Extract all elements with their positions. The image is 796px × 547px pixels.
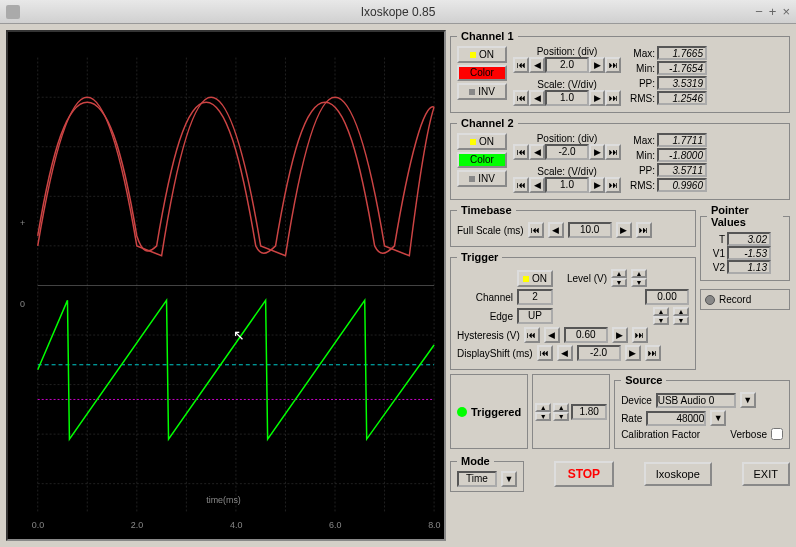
ch1-inv-button[interactable]: INV <box>457 83 507 100</box>
svg-text:4.0: 4.0 <box>230 520 242 530</box>
left-icon[interactable]: ◀ <box>529 177 545 193</box>
ch2-inv-button[interactable]: INV <box>457 170 507 187</box>
device-select[interactable] <box>656 393 736 408</box>
timebase-value[interactable]: 10.0 <box>568 222 612 238</box>
left-icon[interactable]: ◀ <box>529 144 545 160</box>
forward-icon[interactable]: ⏭ <box>632 327 648 343</box>
left-icon[interactable]: ◀ <box>529 90 545 106</box>
triggered-indicator: Triggered <box>450 374 528 449</box>
close-button[interactable]: × <box>782 4 790 19</box>
dropdown-icon[interactable]: ▼ <box>501 471 517 487</box>
rewind-icon[interactable]: ⏮ <box>513 57 529 73</box>
forward-icon[interactable]: ⏭ <box>605 57 621 73</box>
ch1-legend: Channel 1 <box>457 30 518 42</box>
right-icon[interactable]: ▶ <box>589 57 605 73</box>
exit-button[interactable]: EXIT <box>742 462 790 486</box>
triggered-dot-icon <box>457 407 467 417</box>
forward-icon[interactable]: ⏭ <box>636 222 652 238</box>
up-icon[interactable]: ▲ <box>653 307 669 316</box>
forward-icon[interactable]: ⏭ <box>605 144 621 160</box>
up-icon[interactable]: ▲ <box>553 403 569 412</box>
trigger-channel[interactable]: 2 <box>517 289 553 305</box>
forward-icon[interactable]: ⏭ <box>605 90 621 106</box>
trigger-on-button[interactable]: ON <box>517 270 553 287</box>
down-icon[interactable]: ▼ <box>535 412 551 421</box>
up-icon[interactable]: ▲ <box>611 269 627 278</box>
left-icon[interactable]: ◀ <box>548 222 564 238</box>
record-button[interactable]: Record <box>719 294 751 305</box>
down-icon[interactable]: ▼ <box>653 316 669 325</box>
rewind-icon[interactable]: ⏮ <box>524 327 540 343</box>
ch2-scale-label: Scale: (V/div) <box>513 166 621 177</box>
pointer-panel: Pointer Values T3.02 V1-1.53 V21.13 <box>700 204 790 281</box>
ch2-position-label: Position: (div) <box>513 133 621 144</box>
ch2-pp: 3.5711 <box>657 163 707 177</box>
svg-text:6.0: 6.0 <box>329 520 341 530</box>
dropdown-icon[interactable]: ▼ <box>740 392 756 408</box>
rewind-icon[interactable]: ⏮ <box>537 345 553 361</box>
right-icon[interactable]: ▶ <box>625 345 641 361</box>
ch2-min: -1.8000 <box>657 148 707 162</box>
pointer-v1: -1.53 <box>727 246 771 260</box>
window-controls: − + × <box>755 4 790 19</box>
up-icon[interactable]: ▲ <box>631 269 647 278</box>
left-icon[interactable]: ◀ <box>544 327 560 343</box>
forward-icon[interactable]: ⏭ <box>605 177 621 193</box>
trigger-ds[interactable]: -2.0 <box>577 345 621 361</box>
right-icon[interactable]: ▶ <box>589 90 605 106</box>
up-icon[interactable]: ▲ <box>535 403 551 412</box>
rate-field[interactable] <box>646 411 706 426</box>
timebase-panel: Timebase Full Scale (ms) ⏮◀ 10.0 ▶⏭ <box>450 204 696 247</box>
verbose-checkbox[interactable] <box>771 428 783 440</box>
window-title: Ixoskope 0.85 <box>361 5 436 19</box>
svg-text:0.0: 0.0 <box>32 520 44 530</box>
minimize-button[interactable]: − <box>755 4 763 19</box>
trigger-edge[interactable]: UP <box>517 308 553 324</box>
right-icon[interactable]: ▶ <box>616 222 632 238</box>
rewind-icon[interactable]: ⏮ <box>513 177 529 193</box>
ch1-position-value[interactable]: 2.0 <box>545 57 589 73</box>
channel2-panel: Channel 2 ON Color INV Position: (div) ⏮… <box>450 117 790 200</box>
channel1-panel: Channel 1 ON Color INV Position: (div) ⏮… <box>450 30 790 113</box>
ch1-color-button[interactable]: Color <box>457 65 507 81</box>
ch2-on-button[interactable]: ON <box>457 133 507 150</box>
left-icon[interactable]: ◀ <box>529 57 545 73</box>
source-panel: Source Device▼ Rate▼ Calibration FactorV… <box>614 374 790 449</box>
trigger-hyst[interactable]: 0.60 <box>564 327 608 343</box>
dropdown-icon[interactable]: ▼ <box>710 410 726 426</box>
trigger-level[interactable]: 0.00 <box>645 289 689 305</box>
rewind-icon[interactable]: ⏮ <box>528 222 544 238</box>
forward-icon[interactable]: ⏭ <box>645 345 661 361</box>
y-tick-plus: + <box>20 218 25 228</box>
right-icon[interactable]: ▶ <box>612 327 628 343</box>
oscilloscope-display[interactable]: + 0 time(ms) 0.0 2.0 4.0 6.0 8.0 ↖ <box>6 30 446 541</box>
down-icon[interactable]: ▼ <box>611 278 627 287</box>
svg-text:2.0: 2.0 <box>131 520 143 530</box>
ch1-scale-value[interactable]: 1.0 <box>545 90 589 106</box>
down-icon[interactable]: ▼ <box>673 316 689 325</box>
titlebar: Ixoskope 0.85 − + × <box>0 0 796 24</box>
maximize-button[interactable]: + <box>769 4 777 19</box>
ch1-on-button[interactable]: ON <box>457 46 507 63</box>
rewind-icon[interactable]: ⏮ <box>513 144 529 160</box>
ch1-max: 1.7665 <box>657 46 707 60</box>
stop-button[interactable]: STOP <box>554 461 614 487</box>
rewind-icon[interactable]: ⏮ <box>513 90 529 106</box>
svg-text:8.0: 8.0 <box>428 520 440 530</box>
ch2-scale-value[interactable]: 1.0 <box>545 177 589 193</box>
record-indicator-icon <box>705 295 715 305</box>
left-icon[interactable]: ◀ <box>557 345 573 361</box>
up-icon[interactable]: ▲ <box>673 307 689 316</box>
ch2-color-button[interactable]: Color <box>457 152 507 168</box>
ch1-rms: 1.2546 <box>657 91 707 105</box>
right-icon[interactable]: ▶ <box>589 177 605 193</box>
ch2-position-value[interactable]: -2.0 <box>545 144 589 160</box>
mode-select[interactable]: Time <box>457 471 497 487</box>
ch1-scale-label: Scale: (V/div) <box>513 79 621 90</box>
down-icon[interactable]: ▼ <box>631 278 647 287</box>
right-icon[interactable]: ▶ <box>589 144 605 160</box>
ch2-rms: 0.9960 <box>657 178 707 192</box>
down-icon[interactable]: ▼ <box>553 412 569 421</box>
about-button[interactable]: Ixoskope <box>644 462 712 486</box>
calib-value[interactable]: 1.80 <box>571 404 607 420</box>
